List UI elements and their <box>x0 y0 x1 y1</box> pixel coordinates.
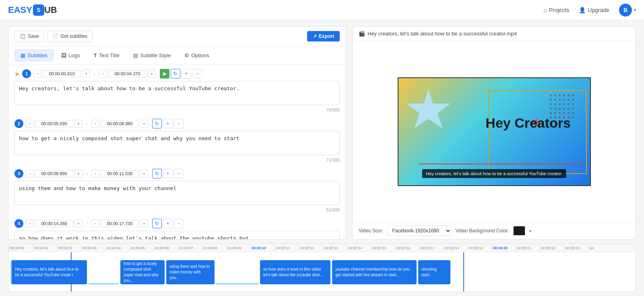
navbar: EASY S UB ⌂ Projects 👤 Upgrade B ▾ <box>0 0 644 20</box>
start-input-1[interactable] <box>43 70 81 77</box>
track-clip-6[interactable]: shooting start... <box>418 260 450 284</box>
video-size-label: Video Size: <box>359 228 383 234</box>
save-button[interactable]: 📋 Save <box>14 31 44 42</box>
video-controls: Video Size: Facebook-1920x1080 YouTube-1… <box>353 222 636 239</box>
end-input-3[interactable] <box>101 170 139 177</box>
subtitle-text-1[interactable]: Hey creators, let's talk about how to be… <box>14 81 340 105</box>
tab-subtitles[interactable]: ▦ Subtitles <box>14 50 54 61</box>
nav-upgrade[interactable]: 👤 Upgrade <box>579 7 609 13</box>
video-size-select[interactable]: Facebook-1920x1080 YouTube-1920x1080 Squ… <box>387 226 452 236</box>
end-input-2[interactable] <box>101 120 139 127</box>
start-decrease-1[interactable]: − <box>33 70 41 78</box>
tick-19: 00:00:19 <box>467 245 491 251</box>
end-input-1[interactable] <box>108 70 147 77</box>
tab-subtitle-style[interactable]: ▤ Subtitle Style <box>127 50 177 61</box>
subtitle-num-1: 1 <box>22 69 31 78</box>
track-clip-2[interactable]: how to get a nicely composed shot super … <box>120 260 165 284</box>
action-btns-2: ↻ + − <box>152 119 184 128</box>
remove-btn-2[interactable]: − <box>174 119 184 128</box>
end-input-4[interactable] <box>101 220 139 227</box>
tick-20: 00:00:20 <box>491 245 516 251</box>
track-clip-5[interactable]: youtube channel membership how do you ge… <box>332 260 417 284</box>
user-icon: 👤 <box>579 7 586 13</box>
time-control-end-3: − + <box>91 170 148 178</box>
end-decrease-3[interactable]: − <box>91 170 99 178</box>
preview-red-line <box>419 164 584 164</box>
action-btns-1: ▶ ↻ + − <box>160 69 202 79</box>
end-increase-1[interactable]: + <box>148 70 156 78</box>
export-button[interactable]: ↗ Export <box>307 31 340 41</box>
tick-14: 00:00:14 <box>347 245 371 251</box>
tick-4: 00:00:04 <box>105 245 129 251</box>
play-btn-1[interactable]: ▶ <box>160 69 169 79</box>
refresh-btn-3[interactable]: ↻ <box>152 169 162 178</box>
add-btn-4[interactable]: + <box>163 219 173 228</box>
get-subtitles-button[interactable]: 📄 Get subtitles <box>47 31 93 42</box>
end-decrease-4[interactable]: − <box>91 219 99 228</box>
subtitle-header-2: 2 − + - − + ↻ <box>14 119 340 128</box>
subtitle-text-2[interactable]: how to get a nicely composed shot super … <box>14 131 340 155</box>
logo-tab-label: Logo <box>68 52 80 58</box>
tick-21: 00:00:21 <box>516 245 540 251</box>
timeline-tracks[interactable]: Hey creators, let's talk about how to be… <box>8 252 636 292</box>
nav-projects[interactable]: ⌂ Projects <box>543 7 569 13</box>
subtitle-item-4: 4 − + - − + ↻ <box>14 219 340 239</box>
tabs-bar: ▦ Subtitles 🖼 Logo T Text Title ▤ Subtit… <box>8 46 346 65</box>
tab-text-title[interactable]: T Text Title <box>88 50 126 61</box>
start-increase-1[interactable]: + <box>82 70 90 78</box>
subtitle-num-3: 3 <box>14 169 23 178</box>
remove-btn-1[interactable]: − <box>192 69 202 79</box>
start-input-3[interactable] <box>35 170 73 177</box>
timeline-container: 00:00:00 00:00:01 00:00:02 00:00:03 00:0… <box>8 244 636 292</box>
add-btn-1[interactable]: + <box>182 69 191 79</box>
bg-color-dropdown-arrow[interactable]: ▾ <box>529 229 531 233</box>
refresh-btn-4[interactable]: ↻ <box>152 219 162 228</box>
tick-18: 00:00:18 <box>443 245 467 251</box>
time-control-end-2: − + <box>91 120 148 128</box>
start-decrease-2[interactable]: − <box>26 120 34 128</box>
remove-btn-3[interactable]: − <box>174 169 184 178</box>
logo[interactable]: EASY S UB <box>8 4 57 16</box>
track-clip-1[interactable]: Hey creators, let's talk about how to be… <box>10 260 87 284</box>
logo-tab-icon: 🖼 <box>61 52 66 58</box>
avatar-chevron: ▾ <box>634 8 636 12</box>
track-clip-4[interactable]: so how does it work in this video let's … <box>260 260 330 284</box>
tick-7: 00:00:07 <box>178 245 202 251</box>
remove-btn-4[interactable]: − <box>174 219 184 228</box>
char-count-1: 70/500 <box>14 108 340 112</box>
options-tab-label: Options <box>191 52 209 58</box>
end-increase-2[interactable]: + <box>140 120 148 128</box>
start-increase-2[interactable]: + <box>74 120 83 128</box>
ruler-ticks: 00:00:00 00:00:01 00:00:02 00:00:03 00:0… <box>8 245 636 251</box>
start-decrease-3[interactable]: − <box>26 170 34 178</box>
start-input-4[interactable] <box>35 220 73 227</box>
video-title-icon: 🎬 <box>359 31 365 37</box>
add-btn-2[interactable]: + <box>163 119 173 128</box>
end-decrease-2[interactable]: − <box>91 120 99 128</box>
user-avatar[interactable]: B <box>619 4 632 17</box>
export-icon: ↗ <box>313 33 317 39</box>
start-increase-3[interactable]: + <box>74 170 83 178</box>
text-title-tab-label: Text Title <box>99 52 120 58</box>
tab-logo[interactable]: 🖼 Logo <box>55 50 86 61</box>
subtitle-text-4[interactable]: so how does it work in this video let's … <box>14 231 340 239</box>
add-btn-3[interactable]: + <box>163 169 173 178</box>
end-increase-4[interactable]: + <box>140 219 148 228</box>
start-decrease-4[interactable]: − <box>26 219 34 228</box>
time-control-start-2: − + <box>26 120 83 128</box>
subtitle-num-2: 2 <box>14 119 23 128</box>
left-panel: 📋 Save 📄 Get subtitles ↗ Export ▦ <box>8 26 346 240</box>
refresh-btn-1[interactable]: ↻ <box>171 69 180 79</box>
end-increase-3[interactable]: + <box>140 170 148 178</box>
subtitle-text-3[interactable]: using them and how to make money with yo… <box>14 181 340 205</box>
tab-options[interactable]: ⚙ Options <box>178 50 215 61</box>
start-input-2[interactable] <box>35 120 73 127</box>
tick-0: 00:00:00 <box>8 245 33 251</box>
refresh-btn-2[interactable]: ↻ <box>152 119 162 128</box>
time-control-start-4: − + <box>26 219 83 228</box>
video-preview: ✚ Hey Creators Hey creators, let's talk … <box>353 41 636 222</box>
end-decrease-1[interactable]: − <box>99 70 107 78</box>
track-clip-3[interactable]: using them and how to make money with yo… <box>166 260 215 284</box>
start-increase-4[interactable]: + <box>74 219 83 228</box>
video-bg-color-swatch[interactable] <box>513 226 525 236</box>
